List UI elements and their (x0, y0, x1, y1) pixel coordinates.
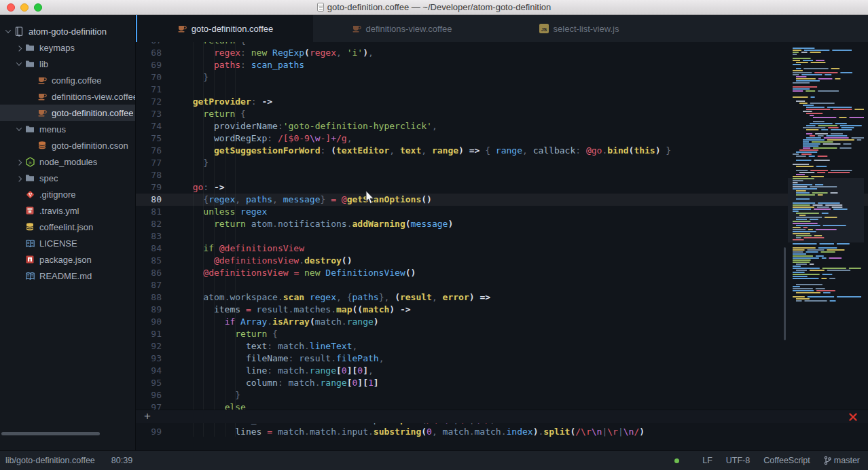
line-number[interactable]: 86 (136, 267, 178, 279)
add-pane-item-button[interactable]: + (136, 410, 151, 423)
tree-item-lib[interactable]: lib (0, 56, 135, 72)
chevron-down-icon[interactable] (14, 127, 24, 131)
line-number[interactable]: 80 (136, 194, 178, 206)
chevron-down-icon[interactable] (3, 29, 14, 33)
chevron-right-icon[interactable] (14, 46, 24, 50)
tab-select-list-view-js[interactable]: JSselect-list-view.js (490, 15, 668, 42)
code-line-80[interactable]: 80 {regex, paths, message} = @getScanOpt… (136, 194, 868, 206)
line-number[interactable]: 78 (136, 169, 178, 181)
code-line-88[interactable]: 88 atom.workspace.scan regex, {paths}, (… (136, 291, 868, 304)
code-line-68[interactable]: 68 regex: new RegExp(regex, 'i'), (136, 47, 868, 59)
tree-item-keymaps[interactable]: keymaps (0, 39, 135, 56)
code-line-82[interactable]: 82 return atom.notifications.addWarning(… (136, 218, 868, 230)
line-number[interactable]: 71 (136, 84, 178, 96)
code-line-99[interactable]: 99 lines = match.match.input.substring(0… (136, 426, 868, 437)
code-line-72[interactable]: 72 getProvider: -> (136, 96, 868, 108)
code-line-69[interactable]: 69 paths: scan_paths (136, 59, 868, 71)
line-number[interactable]: 87 (136, 279, 178, 291)
line-number[interactable]: 94 (136, 365, 178, 377)
title-bar[interactable]: goto-definition.coffee — ~/Developer/ato… (0, 0, 868, 15)
code-line-94[interactable]: 94 line: match.range[0][0], (136, 365, 868, 377)
text-editor[interactable]: 67 return {68 regex: new RegExp(regex, '… (136, 42, 868, 437)
code-line-89[interactable]: 89 items = result.matches.map((match) -> (136, 304, 868, 316)
line-number[interactable]: 88 (136, 291, 178, 304)
line-number[interactable]: 96 (136, 389, 178, 401)
code-line-85[interactable]: 85 @definitionsView.destroy() (136, 255, 868, 267)
code-line-93[interactable]: 93 fileName: result.filePath, (136, 352, 868, 365)
line-number[interactable]: 89 (136, 304, 178, 316)
line-number[interactable]: 83 (136, 230, 178, 242)
status-encoding[interactable]: UTF-8 (726, 456, 750, 465)
tree-item-coffeelint-json[interactable]: coffeelint.json (0, 219, 135, 235)
tree-item-definitions-view-coffee[interactable]: definitions-view.coffee (0, 88, 135, 105)
code-line-70[interactable]: 70 } (136, 71, 868, 84)
code-line-83[interactable]: 83 (136, 230, 868, 242)
status-file-path[interactable]: lib/goto-definition.coffee (5, 456, 95, 465)
status-line-ending[interactable]: LF (702, 456, 712, 465)
tree-item-goto-definition-cson[interactable]: goto-definition.cson (0, 137, 135, 153)
chevron-right-icon[interactable] (14, 160, 24, 164)
tree-horizontal-scrollbar[interactable] (1, 432, 100, 435)
code-line-86[interactable]: 86 @definitionsView = new DefinitionsVie… (136, 267, 868, 279)
code-line-73[interactable]: 73 return { (136, 108, 868, 120)
minimize-window-button[interactable] (20, 3, 29, 12)
line-number[interactable]: 77 (136, 157, 178, 169)
line-number[interactable]: 76 (136, 145, 178, 157)
tab-definitions-view-coffee[interactable]: definitions-view.coffee (313, 15, 490, 42)
tree-item-package-json[interactable]: package.json (0, 251, 135, 268)
line-number[interactable]: 91 (136, 328, 178, 340)
tree-item-goto-definition-coffee[interactable]: goto-definition.coffee (0, 105, 135, 121)
document-proxy-icon[interactable] (317, 3, 324, 12)
code-line-74[interactable]: 74 providerName:'goto-definition-hypercl… (136, 120, 868, 132)
minimap[interactable] (788, 43, 864, 305)
tree-item--travis-yml[interactable]: .travis.yml (0, 202, 135, 219)
status-cursor-position[interactable]: 80:39 (111, 456, 132, 465)
code-line-84[interactable]: 84 if @definitionsView (136, 242, 868, 255)
line-number[interactable]: 93 (136, 352, 178, 365)
tree-item-menus[interactable]: menus (0, 121, 135, 137)
code-line-75[interactable]: 75 wordRegExp: /[$0-9\w-]+/g, (136, 132, 868, 145)
tree-item-config-coffee[interactable]: config.coffee (0, 72, 135, 88)
line-number[interactable]: 79 (136, 181, 178, 194)
line-number[interactable]: 74 (136, 120, 178, 132)
zoom-window-button[interactable] (34, 3, 42, 12)
code-line-92[interactable]: 92 text: match.lineText, (136, 340, 868, 352)
code-line-79[interactable]: 79 go: -> (136, 181, 868, 194)
line-number[interactable]: 99 (136, 426, 178, 437)
code-line-78[interactable]: 78 (136, 169, 868, 181)
code-line-71[interactable]: 71 (136, 84, 868, 96)
tree-project-root-atom-goto-definition[interactable]: atom-goto-definition (0, 23, 135, 39)
line-number[interactable]: 69 (136, 59, 178, 71)
tree-item-node-modules[interactable]: jsnode_modules (0, 153, 135, 170)
code-line-67[interactable]: 67 return { (136, 42, 868, 47)
line-number[interactable]: 90 (136, 316, 178, 328)
line-number[interactable]: 92 (136, 340, 178, 352)
line-number[interactable]: 70 (136, 71, 178, 84)
code-line-96[interactable]: 96 } (136, 389, 868, 401)
chevron-down-icon[interactable] (14, 62, 24, 66)
tree-item-readme-md[interactable]: README.md (0, 268, 135, 284)
minimap-canvas[interactable] (788, 43, 864, 305)
code-line-77[interactable]: 77 } (136, 157, 868, 169)
tree-item-license[interactable]: LICENSE (0, 235, 135, 251)
line-number[interactable]: 67 (136, 42, 178, 47)
tree-item-spec[interactable]: spec (0, 170, 135, 186)
status-git-branch[interactable]: master (824, 456, 860, 465)
minimap-viewport-handle[interactable] (788, 178, 864, 242)
editor-vertical-scrollbar[interactable] (784, 247, 786, 340)
chevron-right-icon[interactable] (14, 176, 24, 180)
status-dot-icon[interactable] (674, 458, 679, 463)
line-number[interactable]: 95 (136, 377, 178, 389)
code-line-87[interactable]: 87 (136, 279, 868, 291)
line-number[interactable]: 84 (136, 242, 178, 255)
code-line-81[interactable]: 81 unless regex (136, 206, 868, 218)
status-grammar[interactable]: CoffeeScript (763, 456, 810, 465)
close-panel-button[interactable] (849, 413, 857, 421)
line-number[interactable]: 72 (136, 96, 178, 108)
line-number[interactable]: 82 (136, 218, 178, 230)
line-number[interactable]: 73 (136, 108, 178, 120)
code-line-95[interactable]: 95 column: match.range[0][1] (136, 377, 868, 389)
line-number[interactable]: 75 (136, 132, 178, 145)
code-line-90[interactable]: 90 if Array.isArray(match.range) (136, 316, 868, 328)
line-number[interactable]: 81 (136, 206, 178, 218)
